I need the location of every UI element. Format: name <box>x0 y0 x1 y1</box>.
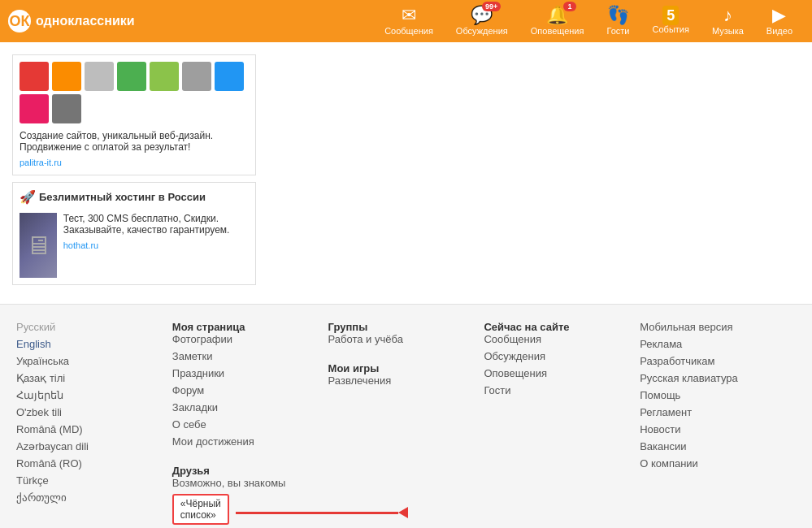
hosting-ad-body: 🖥 Тест, 300 CMS бесплатно, Скидки. Заказ… <box>20 213 249 278</box>
server-icon: 🖥 <box>25 231 51 261</box>
footer-notes[interactable]: Заметки <box>172 350 312 362</box>
footer-current-notifications[interactable]: Оповещения <box>484 367 623 379</box>
footer-lang-kazakh[interactable]: Қазақ тілі <box>16 372 156 384</box>
footer-rules[interactable]: Регламент <box>640 406 779 418</box>
footer-current-guests[interactable]: Гости <box>484 384 623 396</box>
footer-lang-romanian-md[interactable]: Română (MD) <box>16 423 156 435</box>
color-block-3 <box>85 62 114 91</box>
footer-languages: Русский English Українська Қазақ тілі Հա… <box>16 321 172 528</box>
footer-lang-azerbaijani[interactable]: Azərbaycan dili <box>16 440 156 452</box>
hosting-desc: Тест, 300 CMS бесплатно, Скидки. Заказыв… <box>63 213 249 251</box>
hosting-image: 🖥 <box>20 213 57 278</box>
footer-games-title: Мои игры <box>328 362 380 374</box>
footer-lang-armenian[interactable]: Հայերեն <box>16 389 156 401</box>
guests-icon-wrap: 👣 <box>607 6 629 24</box>
notifications-icon-wrap: 🔔 1 <box>546 6 568 24</box>
footer-mobile[interactable]: Мобильная версия <box>640 321 779 333</box>
footer-lang-romanian-ro[interactable]: Română (RO) <box>16 457 156 470</box>
logo[interactable]: ОК одноклассники <box>8 10 135 32</box>
guests-icon: 👣 <box>607 5 629 25</box>
footer-bookmarks[interactable]: Закладки <box>172 401 312 413</box>
video-icon: ▶ <box>772 5 786 25</box>
footer-forum[interactable]: Форум <box>172 384 312 396</box>
footer-photos[interactable]: Фотографии <box>172 333 312 345</box>
footer-developers[interactable]: Разработчикам <box>640 355 779 367</box>
nav-discussions[interactable]: 💬 99+ Обсуждения <box>445 2 519 41</box>
footer-news[interactable]: Новости <box>640 423 779 435</box>
arrow-line <box>236 512 398 514</box>
nav-music-label: Музыка <box>712 26 744 36</box>
nav-guests-label: Гости <box>606 26 629 36</box>
nav-notifications-label: Оповещения <box>531 26 584 36</box>
nav-messages-label: Сообщения <box>384 26 433 36</box>
ad1-text: Создание сайтов, уникальный веб-дизайн. … <box>20 130 249 153</box>
nav-discussions-label: Обсуждения <box>456 26 508 36</box>
color-block-4 <box>117 62 146 91</box>
nav-items: ✉ Сообщения 💬 99+ Обсуждения 🔔 1 Оповеще… <box>151 2 804 41</box>
footer-help[interactable]: Помощь <box>640 389 779 401</box>
color-block-1 <box>20 62 49 91</box>
events-icon-wrap: 5 <box>662 8 679 23</box>
footer-current-title: Сейчас на сайте <box>484 321 569 333</box>
messages-icon-wrap: ✉ <box>402 6 416 24</box>
footer-maybe-know[interactable]: Возможно, вы знакомы <box>172 477 312 489</box>
top-navigation: ОК одноклассники ✉ Сообщения 💬 99+ Обсуж… <box>0 0 812 42</box>
footer-lang-current: Русский <box>16 321 156 333</box>
footer-lang-turkish[interactable]: Türkçe <box>16 474 156 487</box>
color-block-6 <box>182 62 211 91</box>
footer-lang-uzbek[interactable]: O'zbek tili <box>16 406 156 418</box>
main-content: Создание сайтов, уникальный веб-дизайн. … <box>0 42 812 304</box>
music-icon-wrap: ♪ <box>723 6 732 24</box>
footer-lang-ukrainian[interactable]: Українська <box>16 355 156 367</box>
ad1-link[interactable]: palitra-it.ru <box>20 158 62 167</box>
nav-events[interactable]: 5 События <box>641 3 701 39</box>
music-icon: ♪ <box>723 5 732 25</box>
video-icon-wrap: ▶ <box>772 6 786 24</box>
footer-about-company[interactable]: О компании <box>640 457 779 470</box>
discussions-icon-wrap: 💬 99+ <box>471 6 493 24</box>
color-block-7 <box>215 62 244 91</box>
center-content <box>260 50 804 296</box>
footer-friends-title: Друзья <box>172 465 210 477</box>
nav-video[interactable]: ▶ Видео <box>755 2 804 41</box>
hosting-link[interactable]: hothat.ru <box>63 240 98 250</box>
footer-lang-english[interactable]: English <box>16 338 156 350</box>
footer-entertainment[interactable]: Развлечения <box>328 374 468 387</box>
nav-notifications[interactable]: 🔔 1 Оповещения <box>519 2 596 41</box>
footer-work-study[interactable]: Работа и учёба <box>328 333 468 345</box>
color-block-9 <box>52 94 81 123</box>
ad-1: Создание сайтов, уникальный веб-дизайн. … <box>12 54 256 175</box>
ad-2: 🚀 Безлимитный хостинг в России 🖥 Тест, 3… <box>12 182 256 285</box>
ad-column: Создание сайтов, уникальный веб-дизайн. … <box>8 50 260 296</box>
discussions-badge: 99+ <box>482 2 501 11</box>
black-list-button[interactable]: «Чёрный список» <box>172 494 229 525</box>
footer-other: Мобильная версия Реклама Разработчикам Р… <box>640 321 796 528</box>
black-list-wrapper: «Чёрный список» <box>172 494 312 528</box>
color-block-5 <box>150 62 179 91</box>
nav-video-label: Видео <box>766 26 792 36</box>
footer-current-messages[interactable]: Сообщения <box>484 333 623 345</box>
hosting-text: Тест, 300 CMS бесплатно, Скидки. Заказыв… <box>63 213 249 236</box>
footer-achievements[interactable]: Мои достижения <box>172 435 312 448</box>
footer-current: Сейчас на сайте Сообщения Обсуждения Опо… <box>484 321 640 528</box>
footer-lang-georgian[interactable]: ქართული <box>16 491 156 504</box>
footer-ads[interactable]: Реклама <box>640 338 779 350</box>
nav-guests[interactable]: 👣 Гости <box>595 2 640 41</box>
footer-current-discussions[interactable]: Обсуждения <box>484 350 623 362</box>
notifications-badge: 1 <box>563 2 576 11</box>
footer-holidays[interactable]: Праздники <box>172 367 312 379</box>
hosting-title-text: Безлимитный хостинг в России <box>39 191 206 203</box>
logo-icon: ОК <box>8 10 31 32</box>
rocket-icon: 🚀 <box>20 189 36 205</box>
footer-my-page-title: Моя страница <box>172 321 245 333</box>
events-icon: 5 <box>662 6 679 25</box>
ad-colorblocks <box>20 62 249 123</box>
footer-keyboard[interactable]: Русская клавиатура <box>640 372 779 384</box>
footer-vacancies[interactable]: Вакансии <box>640 440 779 452</box>
nav-messages[interactable]: ✉ Сообщения <box>373 2 445 41</box>
color-block-2 <box>52 62 81 91</box>
footer-about[interactable]: О себе <box>172 418 312 431</box>
nav-music[interactable]: ♪ Музыка <box>701 2 755 41</box>
footer-groups-title: Группы <box>328 321 368 333</box>
logo-text: одноклассники <box>36 14 135 28</box>
